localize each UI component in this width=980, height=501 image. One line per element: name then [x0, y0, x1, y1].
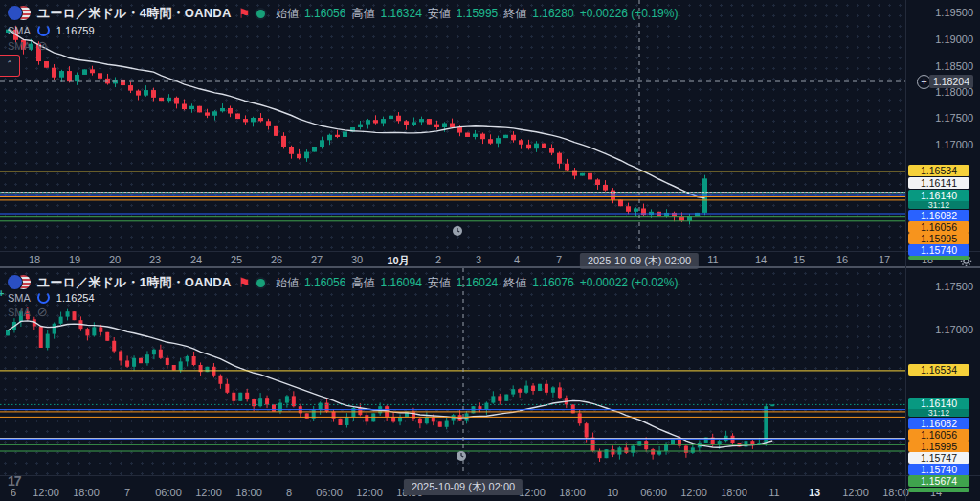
market-status-icon	[256, 10, 265, 18]
time-tick: 23	[149, 254, 161, 265]
candle	[591, 433, 595, 453]
candle	[136, 89, 141, 100]
symbol-title[interactable]: ユーロ／米ドル・1時間・OANDA	[37, 274, 232, 291]
alert-clock-icon[interactable]	[452, 223, 463, 235]
candle	[197, 106, 202, 113]
price-scale-label-partial[interactable]	[908, 488, 969, 492]
price-scale-label-1.15995[interactable]: 1.15995	[908, 233, 969, 244]
candle	[128, 81, 133, 93]
price-scale-tick: 1.17000	[906, 324, 973, 335]
candle	[557, 151, 562, 168]
currency-pair-icon	[8, 275, 31, 290]
open-label: 始値	[276, 6, 299, 22]
candle	[319, 401, 323, 415]
candle	[465, 133, 470, 137]
candle	[572, 168, 577, 179]
panel-divider[interactable]	[0, 266, 980, 268]
sma-label: SMA	[8, 25, 31, 36]
open-value: 1.16056	[304, 7, 345, 20]
symbol-title[interactable]: ユーロ／米ドル・4時間・OANDA	[37, 5, 232, 22]
candle	[618, 200, 623, 207]
price-scale-label-1.15747[interactable]: 1.15747	[908, 452, 969, 464]
eye-hidden-icon[interactable]: ⊘	[37, 307, 48, 317]
time-tick: 7	[124, 487, 130, 498]
price-scale-label-1.16140[interactable]: 1.1614031:12	[908, 190, 969, 209]
candle	[144, 85, 148, 97]
candlestick-chart-1h[interactable]	[0, 268, 905, 475]
price-scale-label-1.16141[interactable]: 1.16141	[908, 177, 969, 189]
price-scale-label-1.16082[interactable]: 1.16082	[908, 210, 969, 221]
indicator-row-sma-hidden[interactable]: SMA ⊘	[8, 40, 48, 52]
price-scale-label-1.16056[interactable]: 1.16056	[908, 429, 969, 441]
sma-line[interactable]	[9, 30, 705, 198]
candle	[452, 414, 456, 425]
time-tick: 26	[271, 254, 282, 265]
price-scale-label-1.15740[interactable]: 1.15740	[908, 464, 969, 475]
candle	[366, 119, 370, 129]
left-edge-marker[interactable]: ⌃	[0, 55, 20, 77]
candle	[289, 146, 294, 159]
candle	[480, 132, 485, 144]
candle	[220, 103, 225, 112]
candle	[125, 355, 129, 368]
time-tick: 12:00	[33, 487, 59, 498]
candle	[580, 173, 585, 176]
flag-icon[interactable]: ⚑	[238, 277, 251, 288]
candlestick-chart-4h[interactable]	[0, 0, 905, 251]
candle	[139, 358, 143, 363]
candle	[511, 131, 516, 143]
time-tick: 10	[607, 487, 618, 498]
candle	[651, 448, 655, 460]
alert-clock-icon[interactable]	[456, 448, 467, 460]
indicator-row-sma-hidden[interactable]: SMA ⊘	[8, 307, 48, 318]
time-axis-4h[interactable]: 18192023242526273010月2347111415161718202…	[0, 251, 980, 267]
candle	[664, 442, 668, 455]
candle	[427, 119, 432, 125]
candle	[238, 393, 242, 401]
price-scale-label-1.15740[interactable]: 1.15740	[908, 244, 969, 256]
candle	[404, 120, 409, 130]
bar-countdown: 31:12	[908, 201, 969, 209]
candle	[121, 80, 125, 85]
price-scale[interactable]: 1.195001.190001.185001.180001.175001.170…	[905, 0, 980, 501]
price-scale-label-1.15995[interactable]: 1.15995	[908, 441, 969, 452]
time-tick: 18:00	[73, 487, 100, 498]
candle	[398, 414, 402, 425]
sma-line[interactable]	[8, 321, 772, 447]
high-value: 1.16324	[380, 7, 421, 20]
candle	[764, 404, 768, 446]
candle	[473, 130, 478, 139]
time-tick: 06:00	[640, 487, 667, 498]
candle	[189, 103, 194, 112]
price-scale-label-1.15674[interactable]: 1.15674	[908, 475, 969, 487]
indicator-row-sma[interactable]: SMA 1.16759	[8, 24, 95, 36]
candle	[598, 448, 602, 462]
price-scale-label-1.16140[interactable]: 1.1614031:12	[908, 398, 969, 417]
candle	[228, 106, 233, 118]
ohlc-values: 始値1.16056 高値1.16094 安値1.16024 終値1.16076 …	[276, 275, 678, 291]
candle	[345, 413, 348, 427]
price-scale-label-1.16056[interactable]: 1.16056	[908, 221, 969, 233]
price-scale-label-1.16534[interactable]: 1.16534	[908, 364, 969, 376]
candle	[511, 385, 515, 397]
candle	[385, 405, 389, 421]
candle	[488, 134, 493, 145]
candle	[671, 439, 675, 444]
flag-icon[interactable]: ⚑	[238, 8, 251, 19]
time-tick: 15	[793, 254, 805, 265]
eye-hidden-icon[interactable]: ⊘	[37, 41, 48, 51]
price-scale-label-partial[interactable]	[908, 256, 969, 260]
price-scale-label-1.16082[interactable]: 1.16082	[908, 418, 969, 429]
time-axis-1h[interactable]: 612:0018:00706:0012:0018:00806:0012:0018…	[0, 475, 980, 501]
candle	[232, 390, 235, 404]
indicator-row-sma[interactable]: SMA 1.16254	[8, 291, 95, 304]
candle	[434, 121, 439, 129]
low-label: 安値	[428, 6, 451, 22]
candle	[132, 355, 136, 370]
candle	[312, 147, 317, 152]
currency-pair-icon	[8, 6, 31, 21]
candle	[545, 380, 548, 395]
candle	[186, 355, 189, 367]
price-scale-label-1.16534[interactable]: 1.16534	[908, 165, 969, 176]
candle	[484, 401, 488, 415]
